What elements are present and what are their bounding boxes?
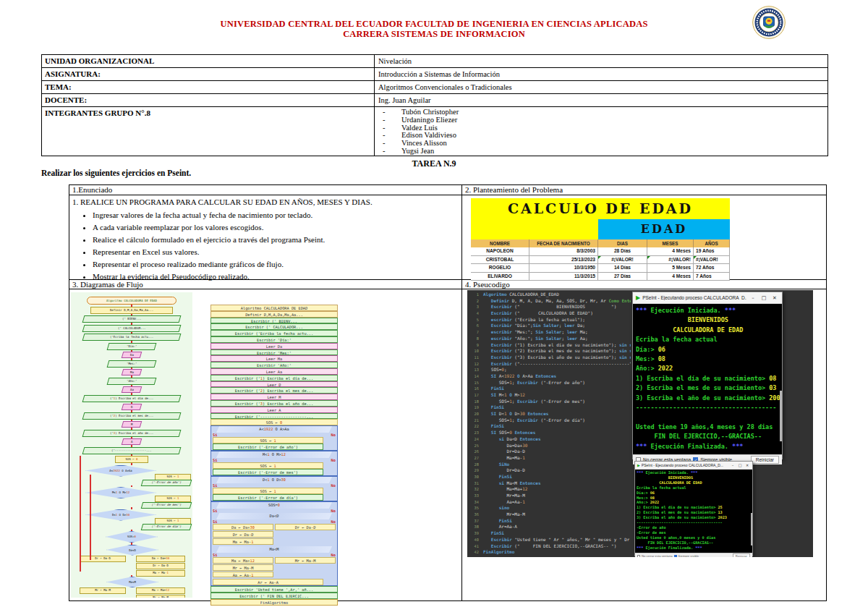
- line-number: 13: [469, 367, 479, 373]
- code-text: SI SOS=0 Entonces: [483, 430, 535, 435]
- console-text-segment: 03: [769, 384, 776, 391]
- si-branch: Da ← Da+30Dr ← Da-DMa ← Ma-1: [136, 556, 185, 577]
- node-label: (' BIENV...: [122, 316, 142, 322]
- code-line: 4 Escribir (" CALCULADORA DE EDAD"): [469, 310, 631, 317]
- console1-scrollbar[interactable]: [780, 391, 782, 441]
- excel-col-header: MESES: [647, 239, 694, 247]
- code-line: 17 SI M<1 O M>12: [469, 392, 631, 399]
- code-text: FinAlgoritmo: [483, 549, 514, 554]
- excel-cell: #¡VALOR!: [647, 256, 694, 264]
- console-text-segment: 2) Escriba el mes de su nacimiento>: [636, 384, 769, 391]
- line-number: 15: [469, 380, 479, 386]
- no-label: No: [331, 458, 336, 463]
- code-text: Ar=Aa-A: [483, 524, 517, 529]
- node-label: 'Día:': [127, 344, 137, 349]
- node-label: A: [131, 439, 132, 444]
- console1-titlebar[interactable]: ▶ PSeInt - Ejecutando proceso CALCULADOR…: [633, 292, 782, 304]
- line-number: 16: [469, 386, 479, 392]
- excel-col-header: DIAS: [598, 239, 647, 247]
- code-line: 29 Dr=Da-D: [469, 467, 631, 474]
- flow-row-r: Leer Da: [210, 343, 338, 349]
- close-button[interactable]: ✕: [744, 463, 750, 467]
- code-line: 11 Escribir ("3) Escriba el año de su na…: [469, 355, 631, 361]
- console2-scrollbar[interactable]: [751, 513, 752, 546]
- group-member: -Vinces Alisson: [378, 140, 824, 148]
- restart-button[interactable]: Reiniciar: [751, 456, 779, 464]
- minimize-button[interactable]: –: [749, 295, 757, 301]
- console-line: *** Ejecución Finalizada. ***: [636, 442, 779, 451]
- flow-row-w: Escribir ('3) Escriba el año de...: [210, 400, 338, 407]
- no-branch: Dr ← Da-D: [275, 524, 336, 544]
- line-number: 3: [469, 304, 479, 310]
- excel-cell: 10/3/1950: [529, 264, 598, 272]
- code-line: 30 FinSi: [469, 474, 631, 480]
- line-number: 1: [469, 292, 479, 298]
- console-line: Mes:> 08: [636, 355, 779, 364]
- console-text-segment: 08: [658, 355, 665, 362]
- maximize-button[interactable]: □: [760, 295, 768, 301]
- line-number: 11: [469, 355, 479, 361]
- console2-titlebar[interactable]: ▶ PSeInt - Ejecutando proceso CALCULADOR…: [635, 462, 752, 470]
- code-line: 33 Mr=Ma-M: [469, 493, 631, 499]
- code-text: SiNo: [483, 462, 509, 467]
- node-label: ('2) Escriba el mes de...: [110, 413, 153, 419]
- close-button[interactable]: ✕: [770, 295, 779, 301]
- always-visible-checkbox[interactable]: [674, 555, 677, 558]
- line-number: 19: [469, 404, 479, 411]
- code-text: Escribir "Día:";Sin Saltar; leer Da;: [483, 323, 585, 328]
- node-label: ('1) Escriba el día de...: [110, 396, 153, 402]
- console-text-segment: ***: [637, 546, 646, 550]
- console-text-segment: 08: [769, 375, 776, 382]
- minimize-button[interactable]: –: [730, 463, 736, 467]
- code-text: Aa=Aa-1: [483, 499, 525, 504]
- flow-row-w: Escribir (' BIENV...: [210, 318, 338, 324]
- console-line: *** Ejecución Iniciada. ***: [637, 470, 751, 475]
- console-text-segment: Ejecución Finalizada.: [650, 443, 728, 450]
- console-line: 1) Escriba el día de su nacimiento> 25: [637, 505, 751, 510]
- line-number: 38: [469, 524, 479, 530]
- line-number: 12: [469, 361, 479, 368]
- console-line: BIENVENIDOS: [636, 315, 779, 325]
- node-label: Da: [130, 352, 134, 357]
- code-line: 41 Escribir (" FIN DEL EJERCICIO,--GRACI…: [469, 543, 631, 550]
- code-text: Dr=Da-D: [483, 467, 525, 472]
- code-text: si Da<D Entonces: [483, 436, 541, 441]
- read-node: Aa: [122, 386, 142, 393]
- enunciado-bullet: Realice el cálculo formulado en el ejerc…: [93, 235, 459, 244]
- console-line: *** Ejecución Finalizada. ***: [637, 546, 751, 551]
- code-text: Definir D, M, A, Da, Ma, Aa, SOS, Dr, Mr…: [483, 298, 631, 303]
- console-line: FIN DEL EJERCICIO,--GRACIAS--: [636, 432, 779, 441]
- line-number: 35: [469, 505, 479, 512]
- read-node: D: [122, 404, 142, 410]
- code-line: 20 SI D<1 O D>30 Entonces: [469, 411, 631, 417]
- console-line: CALCULADORA DE EDAD: [637, 480, 751, 485]
- process-node: Definir D,M,A,Da,Ma,Aa...: [90, 307, 173, 314]
- info-label: UNIDAD ORGANIZACIONAL: [42, 55, 375, 67]
- info-label: INTEGRANTES GRUPO N°.8: [42, 107, 375, 156]
- excel-row: ELIVARDO11/3/201527 Días4 Meses7 Años: [471, 273, 730, 281]
- flow-row-a: Ma ← Ma-1: [213, 538, 273, 545]
- line-number: 41: [469, 543, 479, 550]
- no-close-checkbox[interactable]: [637, 555, 640, 558]
- console-line: --------------------------------------: [636, 403, 779, 412]
- excel-cell: 5 Meses: [647, 264, 694, 272]
- flow-row-a: Mr ← Ma-M: [213, 564, 273, 571]
- branch-write: ('-Error de año'): [141, 480, 192, 486]
- excel-cell: #¡VALOR!: [694, 256, 730, 264]
- line-number: 29: [469, 467, 479, 474]
- console-text-segment: 2) Escriba el mes de su nacimiento>: [637, 510, 718, 514]
- console-line: [636, 412, 779, 422]
- code-line: 37 FinSi: [469, 518, 631, 525]
- member-name: Vinces Alisson: [401, 139, 447, 147]
- code-text: Dr=Da-D: [483, 449, 525, 454]
- maximize-button[interactable]: □: [737, 463, 743, 467]
- enunciado-cell: 1. REALICE UN PROGRAMA PARA CALCULAR SU …: [72, 198, 459, 279]
- branch-assign: Ma ← Ma-1: [136, 570, 185, 577]
- flow-row-r: Leer Aa: [210, 368, 338, 375]
- line-number: 32: [469, 486, 479, 493]
- console-text-segment: CALCULADORA DE EDAD: [636, 326, 743, 334]
- code-line: 3 Escribir (" BIENVENIDOS "): [469, 304, 631, 310]
- line-number: 6: [469, 323, 479, 329]
- restart-button[interactable]: Reiniciar: [733, 553, 750, 557]
- table-row: TEMA: Algoritmos Convencionales o Tradic…: [42, 80, 827, 93]
